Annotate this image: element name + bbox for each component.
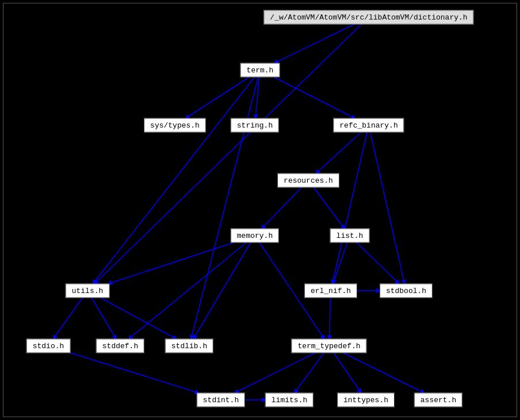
node-stdbool: stdbool.h xyxy=(380,284,433,298)
node-resources: resources.h xyxy=(277,174,339,188)
graph-container: /_w/AtomVM/AtomVM/src/libAtomVM/dictiona… xyxy=(0,0,520,420)
node-dictionary: /_w/AtomVM/AtomVM/src/libAtomVM/dictiona… xyxy=(263,10,473,25)
node-refc_binary: refc_binary.h xyxy=(333,118,404,133)
node-stdlib: stdlib.h xyxy=(165,339,213,353)
node-stdint: stdint.h xyxy=(197,393,245,407)
node-memory: memory.h xyxy=(231,229,279,243)
node-list: list.h xyxy=(330,229,370,243)
node-utils: utils.h xyxy=(66,284,110,298)
node-limits: limits.h xyxy=(265,393,313,407)
node-term_typedef: term_typedef.h xyxy=(291,339,366,353)
node-string: string.h xyxy=(231,118,279,133)
node-erl_nif: erl_nif.h xyxy=(304,284,357,298)
node-stddef: stddef.h xyxy=(96,339,144,353)
node-stdio: stdio.h xyxy=(26,339,71,353)
node-term: term.h xyxy=(240,63,280,78)
node-assert: assert.h xyxy=(414,393,462,407)
node-systypes: sys/types.h xyxy=(144,118,206,133)
node-inttypes: inttypes.h xyxy=(337,393,395,407)
